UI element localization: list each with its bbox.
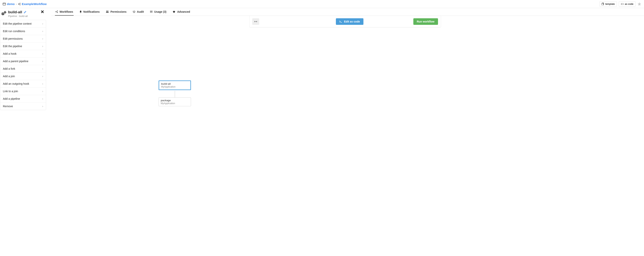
svg-rect-0 — [3, 3, 6, 5]
workflow-canvas[interactable]: build-all MyApplication package MyApplic… — [46, 27, 644, 120]
tab-audit[interactable]: Audit — [132, 8, 144, 15]
sidebar-header: build-all Pipeline : build-all — [0, 8, 46, 19]
tab-label: Advanced — [177, 10, 190, 13]
tab-label: Audit — [137, 10, 144, 13]
sidebar-item-add-pipeline[interactable]: Add a pipeline› — [0, 95, 46, 103]
share-icon — [18, 3, 20, 5]
breadcrumb-separator: › — [16, 2, 17, 5]
chevron-right-icon: › — [42, 67, 43, 70]
chevron-right-icon: › — [42, 90, 43, 93]
svg-rect-24 — [6, 12, 6, 12]
svg-rect-40 — [150, 11, 151, 12]
svg-rect-38 — [151, 11, 152, 11]
edit-as-code-button[interactable]: Edit as code — [336, 18, 363, 25]
tab-permissions[interactable]: Permissions — [106, 8, 127, 15]
sidebar-item-label: Add an outgoing hook — [3, 82, 29, 85]
sidebar-item-edit-context[interactable]: Edit the pipeline context› — [0, 20, 46, 27]
svg-rect-42 — [152, 11, 152, 12]
sidebar: build-all Pipeline : build-all Edit the … — [0, 8, 46, 120]
svg-line-30 — [56, 11, 57, 11]
template-button-label: template — [605, 3, 615, 5]
sidebar-item-label: Add a join — [3, 75, 15, 78]
svg-line-36 — [134, 12, 134, 12]
svg-rect-14 — [3, 12, 3, 13]
sidebar-item-remove[interactable]: Remove› — [0, 103, 46, 110]
svg-point-3 — [20, 3, 20, 4]
sidebar-item-edit-pipeline[interactable]: Edit the pipeline› — [0, 42, 46, 50]
sidebar-item-add-join[interactable]: Add a join› — [0, 73, 46, 80]
chevron-right-icon: › — [42, 105, 43, 108]
sidebar-item-add-parent-pipeline[interactable]: Add a parent pipeline› — [0, 57, 46, 65]
breadcrumb-workflow-link[interactable]: ExampleWorkflow — [22, 2, 47, 5]
chevron-right-icon: › — [42, 22, 43, 25]
node-subtitle: MyApplication — [161, 102, 189, 105]
chevron-right-icon: › — [42, 37, 43, 40]
workflow-node-build-all[interactable]: build-all MyApplication — [158, 80, 191, 90]
svg-rect-16 — [1, 14, 2, 14]
sidebar-item-link-to-join[interactable]: Link to a join› — [0, 88, 46, 95]
sidebar-item-add-outgoing-hook[interactable]: Add an outgoing hook› — [0, 80, 46, 88]
node-title: build-all — [161, 82, 188, 85]
page-subtitle: Pipeline : build-all — [8, 15, 44, 17]
expand-toggle-button[interactable] — [252, 18, 259, 25]
chevron-right-icon: › — [42, 52, 43, 55]
as-code-button[interactable]: as code — [619, 1, 636, 7]
svg-point-34 — [108, 11, 108, 12]
sidebar-item-add-fork[interactable]: Add a fork› — [0, 65, 46, 73]
chevron-right-icon: › — [42, 45, 43, 48]
svg-rect-39 — [152, 11, 152, 11]
tab-workflows[interactable]: Workflows — [55, 8, 74, 15]
edit-pencil-icon[interactable] — [24, 11, 26, 13]
svg-rect-23 — [4, 12, 4, 12]
breadcrumb-project-link[interactable]: demo — [7, 2, 15, 5]
topbar-actions: template as code — [600, 1, 641, 7]
close-icon[interactable] — [41, 10, 44, 13]
breadcrumb: demo › ExampleWorkflow — [3, 2, 47, 5]
tab-label: Permissions — [110, 10, 126, 13]
template-button[interactable]: template — [600, 1, 617, 7]
svg-rect-43 — [150, 12, 151, 12]
chevron-right-icon: › — [42, 97, 43, 100]
arrows-horizontal-icon — [254, 20, 257, 22]
svg-rect-37 — [150, 11, 151, 11]
history-icon — [133, 10, 136, 13]
sidebar-item-edit-run-conditions[interactable]: Edit run conditions› — [0, 27, 46, 35]
svg-rect-45 — [152, 12, 152, 12]
sidebar-item-edit-permissions[interactable]: Edit permissions› — [0, 35, 46, 42]
svg-point-4 — [20, 4, 20, 5]
run-workflow-button[interactable]: Run workflow — [413, 18, 438, 25]
sidebar-menu: Edit the pipeline context› Edit run cond… — [0, 20, 46, 110]
tab-label: Usage (3) — [154, 10, 166, 13]
tab-label: Workflows — [60, 10, 73, 13]
map-icon — [150, 10, 152, 13]
sidebar-item-add-hook[interactable]: Add a hook› — [0, 50, 46, 57]
gears-icon — [1, 10, 6, 16]
as-code-button-label: as code — [625, 3, 634, 5]
svg-point-33 — [106, 11, 107, 12]
svg-line-6 — [19, 4, 20, 5]
tabs: Workflows Notifications Permissions Audi… — [52, 8, 644, 16]
node-title: package — [161, 99, 189, 102]
svg-rect-8 — [602, 3, 603, 5]
svg-point-28 — [57, 10, 58, 11]
sidebar-item-label: Add a hook — [3, 52, 16, 55]
svg-rect-41 — [151, 11, 152, 12]
topbar: demo › ExampleWorkflow template as code — [0, 0, 644, 8]
workflow-node-package[interactable]: package MyApplication — [158, 97, 191, 106]
bell-icon — [80, 10, 82, 13]
sidebar-item-label: Remove — [3, 105, 13, 108]
svg-rect-15 — [3, 15, 3, 15]
sidebar-item-label: Add a parent pipeline — [3, 60, 28, 63]
tab-notifications[interactable]: Notifications — [79, 8, 100, 15]
chevron-right-icon: › — [42, 82, 43, 85]
sidebar-item-label: Edit the pipeline context — [3, 22, 32, 25]
chevron-right-icon: › — [42, 30, 43, 33]
graduation-cap-icon — [172, 10, 176, 13]
favorite-star-icon[interactable] — [638, 2, 641, 6]
tab-advanced[interactable]: Advanced — [172, 8, 190, 15]
node-connector — [175, 91, 175, 97]
svg-point-13 — [4, 12, 6, 13]
svg-rect-21 — [5, 11, 5, 11]
svg-line-31 — [56, 12, 57, 12]
tab-usage[interactable]: Usage (3) — [150, 8, 167, 15]
